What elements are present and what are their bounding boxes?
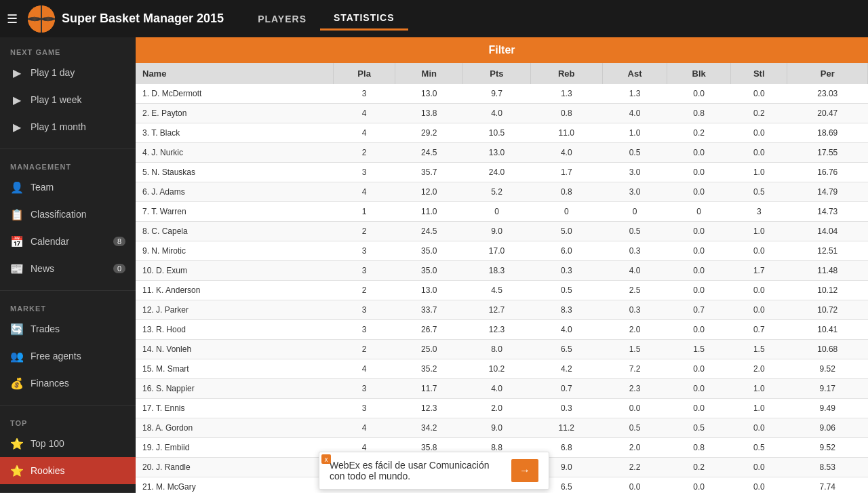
sidebar-item-play1week[interactable]: ▶ Play 1 week: [0, 86, 136, 113]
sidebar-item-play1day[interactable]: ▶ Play 1 day: [0, 59, 136, 86]
cell-stat: 0.5: [731, 438, 787, 458]
cell-stat: 13.0: [395, 84, 463, 104]
cell-stat: 3: [333, 241, 395, 261]
cell-stat: 18.3: [463, 261, 531, 281]
sidebar-item-label: News: [31, 263, 54, 274]
table-row[interactable]: 4. J. Nurkic224.513.04.00.50.00.017.55: [136, 143, 868, 163]
play-icon: ▶: [10, 66, 24, 79]
table-row[interactable]: 3. T. Black429.210.511.01.00.20.018.69: [136, 123, 868, 143]
cell-stat: 0: [530, 202, 602, 222]
table-header-row: Name Pla Min Pts Reb Ast Blk Stl Per: [136, 63, 868, 84]
cell-stat: 2.3: [602, 379, 667, 399]
table-row[interactable]: 16. S. Nappier311.74.00.72.30.01.09.17: [136, 379, 868, 399]
table-row[interactable]: 1. D. McDermott313.09.71.31.30.00.023.03: [136, 84, 868, 104]
cell-stat: 14.79: [787, 182, 868, 202]
cell-stat: 10.72: [787, 300, 868, 320]
table-row[interactable]: 11. K. Anderson213.04.50.52.50.00.010.12: [136, 281, 868, 300]
cell-stat: 8.0: [463, 340, 531, 359]
cell-stat: 0.0: [667, 399, 731, 418]
cell-stat: 35.0: [395, 241, 463, 261]
stats-table-container[interactable]: Name Pla Min Pts Reb Ast Blk Stl Per 1. …: [136, 63, 868, 493]
cell-stat: 0.7: [530, 379, 602, 399]
cell-stat: 2.0: [731, 359, 787, 379]
cell-stat: 2.5: [602, 281, 667, 300]
col-min: Min: [395, 63, 463, 84]
cell-stat: 0.0: [602, 399, 667, 418]
main-content: Filter Name Pla Min Pts Reb Ast Blk Stl …: [136, 37, 868, 493]
table-row[interactable]: 17. T. Ennis312.32.00.30.00.01.09.49: [136, 399, 868, 418]
col-name: Name: [136, 63, 333, 84]
cell-stat: 11.7: [395, 379, 463, 399]
sidebar-item-trades[interactable]: 🔄 Trades: [0, 315, 136, 342]
cell-stat: 0.0: [667, 84, 731, 104]
toast-close-button[interactable]: x: [321, 454, 331, 464]
cell-stat: 20.47: [787, 104, 868, 123]
cell-stat: 0.0: [731, 143, 787, 163]
hamburger-menu[interactable]: ☰: [7, 12, 18, 26]
cell-stat: 1.0: [731, 222, 787, 241]
cell-stat: 2: [333, 222, 395, 241]
cell-stat: 0.8: [530, 182, 602, 202]
sidebar-item-calendar[interactable]: 📅 Calendar 8: [0, 228, 136, 255]
cell-stat: 23.03: [787, 84, 868, 104]
cell-player-name: 7. T. Warren: [136, 202, 333, 222]
sidebar-item-news[interactable]: 📰 News 0: [0, 255, 136, 282]
table-row[interactable]: 5. N. Stauskas335.724.01.73.00.01.016.76: [136, 163, 868, 182]
cell-stat: 3.0: [602, 182, 667, 202]
cell-player-name: 14. N. Vonleh: [136, 340, 333, 359]
toast-arrow-button[interactable]: →: [511, 459, 538, 482]
cell-stat: 0.3: [602, 300, 667, 320]
table-row[interactable]: 15. M. Smart435.210.24.27.20.02.09.52: [136, 359, 868, 379]
sidebar-item-finances[interactable]: 💰 Finances: [0, 370, 136, 397]
cell-stat: 1.7: [731, 261, 787, 281]
table-row[interactable]: 12. J. Parker333.712.78.30.30.70.010.72: [136, 300, 868, 320]
calendar-icon: 📅: [10, 235, 24, 248]
col-ast: Ast: [602, 63, 667, 84]
cell-stat: 0.0: [667, 477, 731, 494]
table-row[interactable]: 9. N. Mirotic335.017.06.00.30.00.012.51: [136, 241, 868, 261]
cell-stat: 0.0: [667, 182, 731, 202]
table-row[interactable]: 2. E. Payton413.84.00.84.00.80.220.47: [136, 104, 868, 123]
sidebar-item-classification[interactable]: 📋 Classification: [0, 201, 136, 228]
sidebar-item-rookies[interactable]: ⭐ Rookies: [0, 457, 136, 484]
table-row[interactable]: 6. J. Adams412.05.20.83.00.00.514.79: [136, 182, 868, 202]
cell-stat: 9.52: [787, 438, 868, 458]
cell-stat: 0.0: [667, 359, 731, 379]
header: ☰ Super Basket Manager 2015 PLAYERS STAT…: [0, 0, 868, 37]
nav-players[interactable]: PLAYERS: [244, 8, 320, 30]
table-row[interactable]: 14. N. Vonleh225.08.06.51.51.51.510.68: [136, 340, 868, 359]
col-stl: Stl: [731, 63, 787, 84]
top100-icon: ⭐: [10, 437, 24, 450]
cell-stat: 9.17: [787, 379, 868, 399]
cell-stat: 6.0: [530, 241, 602, 261]
cell-stat: 0.2: [667, 123, 731, 143]
cell-stat: 3: [333, 399, 395, 418]
cell-stat: 2: [333, 281, 395, 300]
cell-player-name: 10. D. Exum: [136, 261, 333, 281]
cell-stat: 4.0: [530, 143, 602, 163]
nav-statistics[interactable]: STATISTICS: [320, 7, 408, 31]
cell-stat: 1.0: [731, 379, 787, 399]
cell-stat: 0.5: [530, 281, 602, 300]
cell-stat: 2.0: [602, 438, 667, 458]
sidebar-item-label: Trades: [31, 323, 60, 334]
table-row[interactable]: 18. A. Gordon434.29.011.20.50.50.09.06: [136, 418, 868, 438]
cell-stat: 0.0: [731, 477, 787, 494]
cell-stat: 9.06: [787, 418, 868, 438]
cell-stat: 29.2: [395, 123, 463, 143]
sidebar-item-label: Play 1 day: [31, 67, 75, 78]
sidebar-item-top100[interactable]: ⭐ Top 100: [0, 430, 136, 457]
classification-icon: 📋: [10, 208, 24, 221]
cell-stat: 12.7: [463, 300, 531, 320]
cell-stat: 0.7: [731, 320, 787, 340]
cell-stat: 0.2: [667, 458, 731, 477]
table-row[interactable]: 13. R. Hood326.712.34.02.00.00.710.41: [136, 320, 868, 340]
table-row[interactable]: 8. C. Capela224.59.05.00.50.01.014.04: [136, 222, 868, 241]
sidebar-item-free-agents[interactable]: 👥 Free agents: [0, 342, 136, 370]
sidebar-item-play1month[interactable]: ▶ Play 1 month: [0, 113, 136, 140]
cell-stat: 0.0: [731, 84, 787, 104]
table-row[interactable]: 7. T. Warren111.00000314.73: [136, 202, 868, 222]
table-row[interactable]: 10. D. Exum335.018.30.34.00.01.711.48: [136, 261, 868, 281]
sidebar-item-team[interactable]: 👤 Team: [0, 174, 136, 201]
cell-stat: 0.0: [731, 281, 787, 300]
